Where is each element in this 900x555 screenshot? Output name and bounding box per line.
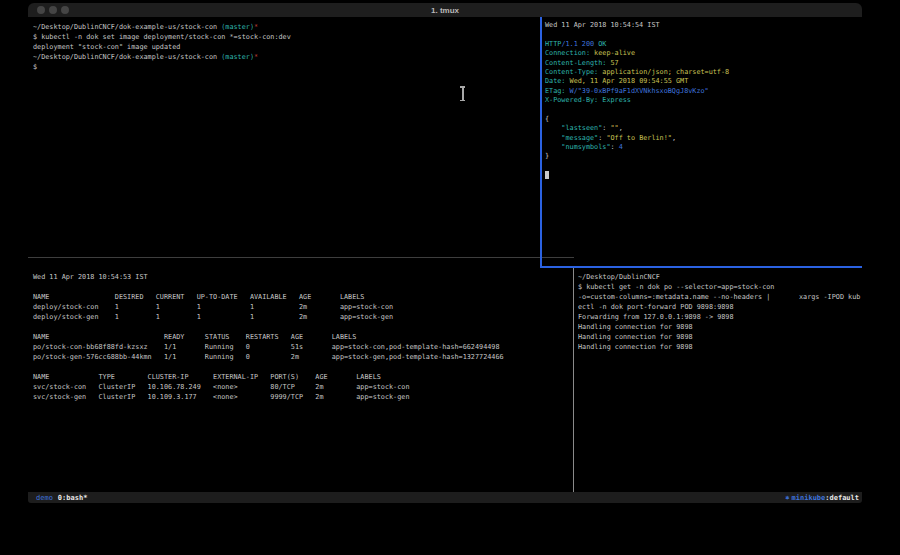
terminal-line [33,362,578,372]
terminal-text: ~/Desktop/DublinCNCF/dok-example-us/stoc… [33,53,221,61]
kube-cluster-name: minikube [792,494,826,502]
terminal-line: Content-Type: application/json; charset=… [545,68,862,77]
terminal-line: { [545,115,862,124]
terminal-text: deployment "stock-con" image updated [33,43,180,51]
terminal-line: Handling connection for 9898 [578,342,862,352]
terminal-line: $ [33,62,545,72]
terminal-text: $ kubectl get -n dok po --selector=app=s… [578,283,774,291]
terminal-line: } [545,152,862,161]
tmux-panes: ~/Desktop/DublinCNCF/dok-example-us/stoc… [28,17,862,492]
terminal-line: po/stock-con-bb68f88fd-kzsxz 1/1 Running… [33,342,578,352]
terminal-text: Wed, 11 Apr 2018 09:54:55 GMT [565,77,688,85]
terminal-line: po/stock-gen-576cc688bb-44kmn 1/1 Runnin… [33,352,578,362]
terminal-text: ~/Desktop/DublinCNCF [578,273,660,281]
terminal-text: "message" [545,134,598,142]
terminal-text: (master) [221,53,254,61]
terminal-line: -o=custom-columns=:metadata.name --no-he… [578,292,862,302]
tmux-status-bar: demo 0:bash* ⎈ minikube :default [28,492,862,503]
terminal-text: Handling connection for 9898 [578,343,693,351]
kube-namespace: :default [825,494,859,502]
terminal-line: $ kubectl -n dok set image deployment/st… [33,32,545,42]
terminal-line: NAME DESIRED CURRENT UP-TO-DATE AVAILABL… [33,292,578,302]
terminal-text: (master) [221,23,254,31]
traffic-lights [37,6,69,14]
terminal-line: ~/Desktop/DublinCNCF [578,272,862,282]
terminal-text: NAME TYPE CLUSTER-IP EXTERNAL-IP PORT(S)… [33,373,381,381]
minimize-button[interactable] [49,6,57,14]
terminal-line: NAME TYPE CLUSTER-IP EXTERNAL-IP PORT(S)… [33,372,578,382]
terminal-text: application/json; charset=utf-8 [598,68,729,76]
terminal-text: "lastseen" [545,124,602,132]
tmux-session-name: demo [36,494,53,502]
terminal-line: svc/stock-con ClusterIP 10.106.78.249 <n… [33,382,578,392]
kubernetes-helm-icon: ⎈ [785,494,789,502]
terminal-text: po/stock-gen-576cc688bb-44kmn 1/1 Runnin… [33,353,504,361]
terminal-text: NAME READY STATUS RESTARTS AGE LABELS [33,333,356,341]
pane-divider-horizontal-active [540,266,862,268]
pane-kubectl-watch[interactable]: Wed 11 Apr 2018 10:54:53 ISTNAME DESIRED… [28,258,578,503]
terminal-line [545,162,862,171]
terminal-line: svc/stock-gen ClusterIP 10.109.3.177 <no… [33,392,578,402]
terminal-line: NAME READY STATUS RESTARTS AGE LABELS [33,332,578,342]
terminal-line: HTTP/1.1 200 OK [545,40,862,49]
terminal-text: Content-Type: [545,68,598,76]
terminal-line [545,171,862,180]
terminal-text: ectl -n dok port-forward POD 9898:9898 [578,303,734,311]
pane-divider-horizontal-left [28,257,574,258]
terminal-line [33,322,578,332]
terminal-text: "Off to Berlin!" [606,134,671,142]
terminal-text: Handling connection for 9898 [578,323,693,331]
terminal-text: svc/stock-con ClusterIP 10.106.78.249 <n… [33,383,409,391]
terminal-text: , [619,124,623,132]
terminal-line: Connection: keep-alive [545,49,862,58]
window-title: 1. tmux [431,6,459,15]
close-button[interactable] [37,6,45,14]
terminal-text: NAME DESIRED CURRENT UP-TO-DATE AVAILABL… [33,293,364,301]
terminal-text: * [254,53,258,61]
terminal-line: Date: Wed, 11 Apr 2018 09:54:55 GMT [545,77,862,86]
terminal-text: svc/stock-gen ClusterIP 10.109.3.177 <no… [33,393,409,401]
terminal-text: $ kubectl -n dok set image deployment/st… [33,33,291,41]
terminal-line: deploy/stock-con 1 1 1 1 2m app=stock-co… [33,302,578,312]
terminal-text: * [254,23,258,31]
terminal-text: Forwarding from 127.0.0.1:9898 -> 9898 [578,313,734,321]
pane-port-forward[interactable]: ~/Desktop/DublinCNCF$ kubectl get -n dok… [574,268,862,496]
terminal-line: X-Powered-By: Express [545,96,862,105]
terminal-text: keep-alive [590,49,635,57]
terminal-line: Wed 11 Apr 2018 10:54:54 IST [545,21,862,30]
pane-shell-top-left[interactable]: ~/Desktop/DublinCNCF/dok-example-us/stoc… [28,17,545,262]
terminal-line: ETag: W/"39-0xBPf9aF1dXVNkhsxoBQgJ8vKzo" [545,87,862,96]
terminal-line: Content-Length: 57 [545,59,862,68]
terminal-text: "" [610,124,618,132]
terminal-text: OK [594,40,606,48]
terminal-line: "message": "Off to Berlin!", [545,134,862,143]
pane-divider-vertical-active [540,17,542,268]
terminal-line: ~/Desktop/DublinCNCF/dok-example-us/stoc… [33,22,545,32]
terminal-text: W/"39-0xBPf9aF1dXVNkhsxoBQgJ8vKzo" [565,87,708,95]
terminal-text: X-Powered-By: [545,96,598,104]
window-titlebar[interactable]: 1. tmux [28,3,862,17]
terminal-text: Connection: [545,49,590,57]
terminal-text: ~/Desktop/DublinCNCF/dok-example-us/stoc… [33,23,221,31]
terminal-line [545,30,862,39]
terminal-line: Handling connection for 9898 [578,332,862,342]
terminal-line: deployment "stock-con" image updated [33,42,545,52]
terminal-text: deploy/stock-gen 1 1 1 1 2m app=stock-ge… [33,313,393,321]
terminal-text: Express [598,96,631,104]
terminal-text: Date: [545,77,565,85]
terminal-text: /1.1 200 [561,40,594,48]
terminal-line [545,106,862,115]
terminal-text: deploy/stock-con 1 1 1 1 2m app=stock-co… [33,303,393,311]
terminal-text: , [672,134,676,142]
zoom-button[interactable] [61,6,69,14]
terminal-text: -o=custom-columns=:metadata.name --no-he… [578,293,860,301]
pane-divider-vertical-bottom [573,268,574,492]
terminal-line: Forwarding from 127.0.0.1:9898 -> 9898 [578,312,862,322]
terminal-text: 57 [606,59,618,67]
terminal-text: Content-Length: [545,59,606,67]
pane-http-response[interactable]: Wed 11 Apr 2018 10:54:54 ISTHTTP/1.1 200… [542,17,862,270]
terminal-line [33,282,578,292]
terminal-text: 4 [619,143,623,151]
tmux-window-item: 0:bash* [58,494,88,502]
terminal-line: ~/Desktop/DublinCNCF/dok-example-us/stoc… [33,52,545,62]
